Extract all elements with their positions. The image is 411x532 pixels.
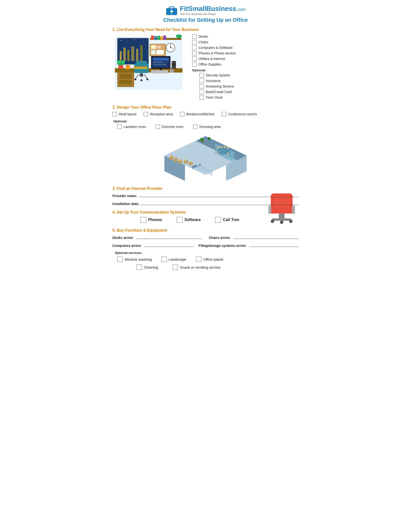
checklist-item-dressing[interactable]: Dressing area [193, 124, 221, 129]
section-3: 3. Find an Internet Provider Provider na… [112, 186, 299, 206]
checklist-item-software[interactable]: Software [177, 217, 201, 223]
checkbox-utilities[interactable] [192, 57, 196, 61]
checkbox-phones[interactable] [192, 51, 196, 55]
chairs-arrive-line[interactable] [233, 235, 299, 239]
logo-main-text: FitSmallBusiness [180, 5, 236, 12]
checkbox-desk-layout[interactable] [112, 112, 117, 116]
checkbox-cleaning[interactable] [137, 265, 142, 270]
checkbox-timeclock[interactable] [199, 95, 204, 100]
optional-items-1: Security System Insurance Answering Serv… [192, 73, 299, 100]
checkbox-reception[interactable] [144, 112, 148, 116]
optional-services-row1: Window washing Landscape Office plants [112, 256, 299, 263]
svg-point-25 [176, 34, 182, 38]
checkbox-exercise[interactable] [156, 124, 160, 129]
svg-rect-85 [217, 147, 219, 149]
checkbox-security[interactable] [199, 73, 204, 77]
svg-point-66 [126, 65, 130, 66]
desks-arrive-line[interactable] [136, 235, 202, 239]
checkbox-answering[interactable] [199, 84, 204, 88]
svg-rect-54 [136, 61, 147, 65]
svg-rect-20 [154, 36, 157, 40]
computers-arrive-line[interactable] [144, 243, 194, 247]
section5-heading: 5. Buy Furniture & Equipment [112, 228, 299, 233]
checkbox-lactation[interactable] [117, 124, 121, 129]
svg-point-60 [147, 78, 149, 80]
svg-rect-99 [272, 218, 291, 221]
checkbox-software[interactable] [177, 217, 183, 223]
checkbox-window-washing[interactable] [117, 256, 122, 262]
installation-input-line[interactable] [141, 201, 299, 205]
checklist-item-breakroom[interactable]: Breakroom/kitchen [180, 112, 215, 116]
optional-label-2: Optional: [112, 119, 299, 123]
checklist-item-cleaning[interactable]: Cleaning [137, 265, 158, 270]
office-desk-svg [112, 34, 185, 92]
checklist-item-computers[interactable]: Computers & Software [192, 46, 299, 50]
checklist-item-snack[interactable]: Snack or vending service [173, 265, 221, 270]
checklist-item-answering[interactable]: Answering Service [199, 84, 299, 88]
svg-rect-12 [136, 49, 138, 61]
checklist-item-conference[interactable]: Conference room/s [222, 112, 257, 116]
page-title: Checklist for Setting Up an Office [112, 17, 299, 23]
checklist-item-lactation[interactable]: Lactation room [117, 124, 146, 129]
checklist-item-supplies[interactable]: Office Supplies [192, 62, 299, 66]
checklist-item-desk-layout[interactable]: Desk layout [112, 112, 136, 116]
checkbox-chairs[interactable] [192, 40, 196, 44]
item-label-desk-layout: Desk layout [119, 112, 136, 116]
svg-rect-33 [151, 50, 155, 54]
svg-point-101 [280, 220, 283, 224]
checklist-item-exercise[interactable]: Exercise room [156, 124, 184, 129]
item-label-window-washing: Window washing [124, 257, 152, 261]
arrive-row-1: Desks arrive: Chairs arrive: [112, 235, 299, 240]
checkbox-breakroom[interactable] [180, 112, 185, 116]
checklist-item-timeclock[interactable]: Time Clock [199, 95, 299, 100]
checkbox-bank[interactable] [199, 90, 204, 94]
checklist-item-window-washing[interactable]: Window washing [117, 256, 152, 262]
svg-point-100 [271, 219, 274, 223]
svg-point-77 [175, 157, 177, 159]
section-1: 1. List Everything Your Need for Your Bu… [112, 28, 299, 101]
item-label-snack: Snack or vending service [180, 265, 221, 269]
checkbox-calltree[interactable] [215, 217, 221, 223]
section1-checklist: Desks Chairs Computers & Software Phones… [192, 34, 299, 101]
checkbox-desks[interactable] [192, 34, 196, 39]
filing-arrive-label: Filing/storage systems arrive: [198, 244, 246, 248]
section2-optional-row: Lactation room Exercise room Dressing ar… [112, 124, 299, 130]
checklist-item-utilities[interactable]: Utilities & Internet [192, 57, 299, 61]
checklist-item-insurance[interactable]: Insurance [199, 79, 299, 83]
checkbox-computers[interactable] [192, 46, 196, 50]
checklist-item-bank[interactable]: Bank/Credit Card [199, 90, 299, 94]
checkbox-conference[interactable] [222, 112, 226, 116]
briefcase-icon [165, 5, 178, 16]
logo-area: FitSmallBusiness.com Get Your Business I… [112, 5, 299, 16]
svg-rect-4 [170, 11, 173, 12]
item-label-phones: Phones & Phone service [198, 51, 235, 55]
checklist-item-chairs[interactable]: Chairs [192, 40, 299, 44]
svg-point-94 [208, 137, 211, 140]
checklist-item-calltree[interactable]: Call Tree [215, 217, 239, 223]
arrive-row-2: Computers arrive: Filing/storage systems… [112, 243, 299, 248]
checkbox-insurance[interactable] [199, 79, 204, 83]
checkbox-snack[interactable] [173, 265, 178, 270]
svg-point-48 [172, 63, 176, 67]
svg-point-17 [144, 41, 144, 41]
checklist-item-office-plants[interactable]: Office plants [196, 256, 223, 262]
checklist-item-phones[interactable]: Phones [140, 217, 162, 223]
svg-rect-10 [127, 50, 129, 61]
svg-rect-22 [160, 36, 163, 40]
svg-point-14 [121, 40, 121, 41]
item-label-chairs: Chairs [198, 40, 208, 44]
checkbox-supplies[interactable] [192, 62, 196, 66]
checkbox-office-plants[interactable] [196, 256, 201, 262]
checklist-item-phones[interactable]: Phones & Phone service [192, 51, 299, 55]
checklist-item-reception[interactable]: Reception area [144, 112, 173, 116]
svg-point-82 [190, 160, 192, 162]
checklist-item-security[interactable]: Security System [199, 73, 299, 77]
checklist-item-landscape[interactable]: Landscape [161, 256, 187, 262]
svg-rect-23 [163, 36, 166, 40]
checkbox-dressing[interactable] [193, 124, 197, 129]
checkbox-phones-comm[interactable] [140, 217, 146, 223]
filing-arrive-line[interactable] [249, 243, 299, 247]
checkbox-landscape[interactable] [161, 256, 167, 262]
checklist-item-desks[interactable]: Desks [192, 34, 299, 39]
provider-input-line[interactable] [139, 193, 299, 197]
